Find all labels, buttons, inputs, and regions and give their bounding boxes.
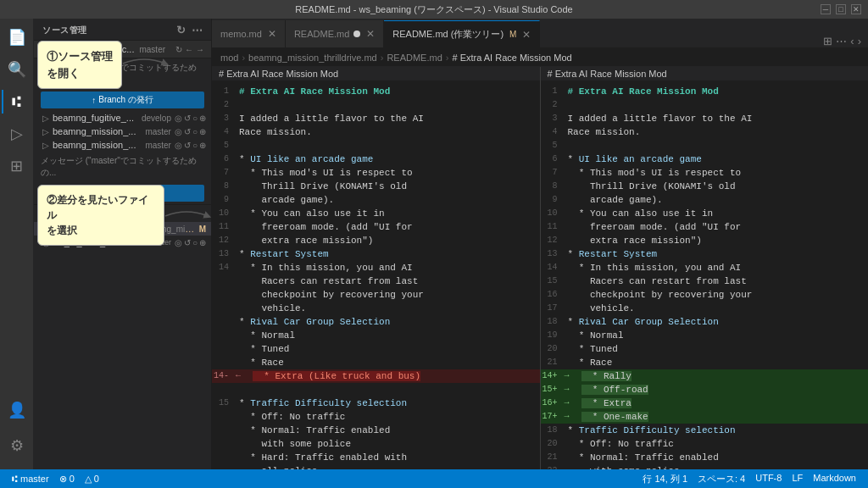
status-line-ending[interactable]: LF xyxy=(787,473,808,483)
action-refresh-zip[interactable]: ↺ xyxy=(184,238,191,247)
action-refresh-3[interactable]: ↺ xyxy=(184,141,191,150)
code-line: * Off: No traffic xyxy=(212,410,540,424)
code-line: 20 * Tuned xyxy=(541,342,869,356)
tab-readme-close[interactable]: ✕ xyxy=(366,28,375,40)
activity-settings-icon[interactable]: ⚙ xyxy=(2,430,32,461)
action-plus-2[interactable]: ⊕ xyxy=(199,127,206,136)
annotation-2-text: ②差分を見たいファイルを選択 xyxy=(47,194,148,236)
editor-more-icon[interactable]: ⋯ xyxy=(836,35,847,47)
activity-account-icon[interactable]: 👤 xyxy=(2,395,32,425)
repo-pull-icon[interactable]: ← xyxy=(185,45,193,54)
repo-sync-icon[interactable]: ↻ xyxy=(175,45,182,54)
breadcrumb-mod: mod xyxy=(220,53,238,63)
status-right: 行 14, 列 1 スペース: 4 UTF-8 LF Markdown xyxy=(637,473,861,485)
action-circle[interactable]: ○ xyxy=(192,114,198,123)
activity-search-icon[interactable]: 🔍 xyxy=(2,54,32,85)
editor-pane-right-header: # Extra AI Race Mission Mod xyxy=(541,67,869,81)
code-line-added-offroad: 15+ → * Off-road xyxy=(541,383,869,396)
editor-split-icon[interactable]: ⊞ xyxy=(823,35,832,47)
sidebar-item-mission1[interactable]: ▷ beamng_mission_... master ◎ ↺ ○ ⊕ xyxy=(34,125,211,138)
editor-arrow-right-icon[interactable]: › xyxy=(858,35,861,47)
action-refresh[interactable]: ↺ xyxy=(184,114,191,123)
status-position[interactable]: 行 14, 列 1 xyxy=(637,473,693,485)
code-line: Racers can restart from last xyxy=(212,274,540,288)
close-icon[interactable]: ✕ xyxy=(851,4,861,14)
code-line: 1# Extra AI Race Mission Mod xyxy=(541,85,869,98)
tab-memo-close[interactable]: ✕ xyxy=(268,28,276,40)
branch-mission1: master xyxy=(145,127,171,136)
sidebar-title-icons: ↻ ⋯ xyxy=(176,24,203,36)
action-dot[interactable]: ◎ xyxy=(175,114,182,123)
code-line: 18* Rival Car Group Selection xyxy=(541,315,869,329)
status-spaces[interactable]: スペース: 4 xyxy=(693,473,750,485)
expand-icon-2: ▷ xyxy=(42,127,49,136)
code-line: 11 freeroam mode. (add "UI for xyxy=(541,220,869,234)
status-bar: ⑆ master ⊗ 0 △ 0 行 14, 列 1 スペース: 4 UTF-8… xyxy=(0,469,868,488)
breadcrumb-file: beamng_mission_thrilldrive.md xyxy=(248,53,377,63)
action-plus-zip[interactable]: ⊕ xyxy=(199,238,206,247)
activity-run-icon[interactable]: ▷ xyxy=(2,119,32,149)
code-line-added-rally: 14+ → * Rally xyxy=(541,369,869,383)
code-line: 6* UI like an arcade game xyxy=(541,152,869,166)
action-circle-3[interactable]: ○ xyxy=(192,141,198,150)
code-line: 4Race mission. xyxy=(541,125,869,139)
repo-push-icon[interactable]: → xyxy=(196,45,204,54)
tab-readme-worktree-close[interactable]: ✕ xyxy=(522,29,531,41)
maximize-icon[interactable]: □ xyxy=(836,4,846,14)
code-line: all police xyxy=(212,464,540,469)
action-dot-3[interactable]: ◎ xyxy=(175,141,182,150)
status-errors[interactable]: ⊗ 0 xyxy=(54,469,80,488)
tab-bar: memo.md ✕ README.md ✕ README.md (作業ツリー) … xyxy=(212,19,868,48)
action-dot-zip[interactable]: ◎ xyxy=(175,238,182,247)
code-line: 21 * Normal: Traffic enabled xyxy=(541,451,869,464)
action-plus-3[interactable]: ⊕ xyxy=(199,141,206,150)
activity-extensions-icon[interactable]: ⊞ xyxy=(2,151,32,181)
tab-readme-worktree-label: README.md (作業ツリー) xyxy=(392,28,504,41)
refresh-icon[interactable]: ↻ xyxy=(176,24,186,36)
activity-bar: 📄 🔍 ⑆ ▷ ⊞ 👤 ⚙ xyxy=(0,19,34,469)
action-refresh-2[interactable]: ↺ xyxy=(184,127,191,136)
editor-arrow-left-icon[interactable]: ‹ xyxy=(850,35,854,47)
tab-readme-worktree[interactable]: README.md (作業ツリー) M ✕ xyxy=(384,20,540,47)
code-line: 19 * Normal xyxy=(541,329,869,342)
status-encoding[interactable]: UTF-8 xyxy=(750,473,787,483)
sidebar-item-fugitive[interactable]: ▷ beamng_fugitive_... develop ◎ ↺ ○ ⊕ xyxy=(34,111,211,125)
code-line: 18* Traffic Difficulty selection xyxy=(541,424,869,437)
status-branch[interactable]: ⑆ master xyxy=(7,469,54,488)
code-line: 3I added a little flavor to the AI xyxy=(541,112,869,125)
item-actions-zip: ◎ ↺ ○ ⊕ xyxy=(175,238,206,247)
tab-memo[interactable]: memo.md ✕ xyxy=(212,20,286,47)
action-circle-2[interactable]: ○ xyxy=(192,127,198,136)
code-line: 12 extra race mission") xyxy=(541,234,869,247)
code-line: 5 xyxy=(541,139,869,152)
overflow-icon[interactable]: ⋯ xyxy=(192,24,203,36)
code-line: 6* UI like an arcade game xyxy=(212,152,540,166)
pane-left-title: # Extra AI Race Mission Mod xyxy=(219,69,338,79)
code-line: 13* Restart System xyxy=(212,247,540,261)
tab-readme-modified xyxy=(353,30,360,37)
code-line-added-extra: 16+ → * Extra xyxy=(541,396,869,410)
activity-source-control-icon[interactable]: ⑆ xyxy=(2,86,32,117)
status-warnings[interactable]: △ 0 xyxy=(80,469,104,488)
code-line: * Tuned xyxy=(212,342,540,356)
branch-publish-button[interactable]: ↑ Branch の発行 xyxy=(41,92,204,108)
action-circle-zip[interactable]: ○ xyxy=(192,238,198,247)
code-area-left[interactable]: 1# Extra AI Race Mission Mod 2 3I added … xyxy=(212,81,540,469)
sidebar-item-mission2[interactable]: ▷ beamng_mission_... master ◎ ↺ ○ ⊕ xyxy=(34,138,211,152)
tab-readme[interactable]: README.md ✕ xyxy=(286,20,384,47)
code-line: 20 * Off: No traffic xyxy=(541,437,869,451)
activity-explorer-icon[interactable]: 📄 xyxy=(2,22,32,53)
status-errors-text: ⊗ 0 xyxy=(59,474,75,485)
minimize-icon[interactable]: ─ xyxy=(821,4,831,14)
code-area-right[interactable]: 1# Extra AI Race Mission Mod 2 3I added … xyxy=(541,81,869,469)
editor-pane-left: # Extra AI Race Mission Mod 1# Extra AI … xyxy=(212,67,541,469)
branch-fugitive: develop xyxy=(142,114,171,123)
repo-name-mission2: beamng_mission_... xyxy=(53,140,142,150)
action-dot-2[interactable]: ◎ xyxy=(175,127,182,136)
code-line: 17 vehicle. xyxy=(541,302,869,315)
status-language[interactable]: Markdown xyxy=(808,473,861,483)
breadcrumb: mod › beamng_mission_thrilldrive.md › RE… xyxy=(212,48,868,67)
action-plus[interactable]: ⊕ xyxy=(199,114,206,123)
code-line: with some police xyxy=(212,437,540,451)
branch-icon-status: ⑆ xyxy=(12,474,18,484)
